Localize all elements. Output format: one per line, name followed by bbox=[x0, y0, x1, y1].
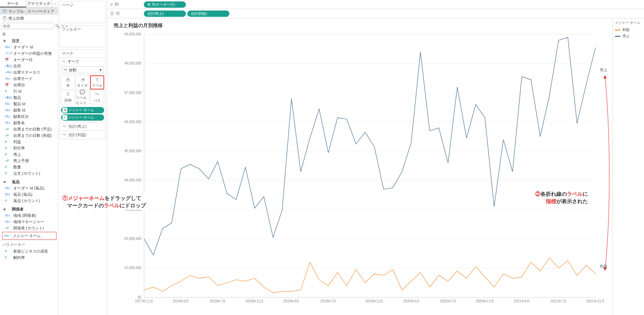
svg-text:¥0: ¥0 bbox=[137, 295, 141, 299]
field-order-date[interactable]: 📅オーダー日 bbox=[0, 56, 58, 63]
legend-title: メジャー ネーム bbox=[615, 20, 642, 27]
annotation-2: ②各折れ線のラベルに 指標が表示された bbox=[535, 190, 588, 205]
datasource-label: 売上目標 bbox=[8, 16, 24, 21]
field-region-manager[interactable]: Abc地域マネージャー bbox=[0, 219, 58, 225]
field-product[interactable]: ▸�品製品 bbox=[0, 94, 58, 101]
field-return-order-id[interactable]: Abcオーダー Id (返品) bbox=[0, 185, 58, 191]
search-input[interactable] bbox=[1, 23, 54, 29]
field-customer-name[interactable]: Abc顧客名 bbox=[0, 120, 58, 126]
datasource-icon bbox=[2, 9, 7, 14]
marks-agg-sales[interactable]: 〜合計(売上) bbox=[60, 122, 106, 130]
filters-drop[interactable] bbox=[60, 33, 106, 47]
tables-header: 表 bbox=[0, 30, 58, 38]
svg-text:¥2,000,000: ¥2,000,000 bbox=[124, 237, 142, 241]
svg-text:2019年3月: 2019年3月 bbox=[283, 299, 300, 303]
svg-text:2021年11月: 2021年11月 bbox=[586, 299, 605, 303]
marks-label[interactable]: Tラベル bbox=[90, 75, 104, 89]
field-measure-names[interactable]: Abcメジャー ネーム bbox=[3, 233, 56, 239]
svg-text:2019年11月: 2019年11月 bbox=[365, 299, 383, 303]
annotation-1: ①メジャーネームをドラッグして マークカードのラベルにドロップ bbox=[62, 194, 147, 210]
collapse-pane-icon[interactable]: ‹ bbox=[52, 0, 58, 7]
tab-data[interactable]: データ bbox=[0, 0, 26, 7]
row-pill-sales[interactable]: 合計(売上) bbox=[144, 11, 186, 17]
path-icon: 〜 bbox=[95, 91, 100, 98]
rows-shelf[interactable]: ☰行 合計(売上) 合計(利益) bbox=[107, 9, 644, 18]
svg-text:¥1,000,000: ¥1,000,000 bbox=[124, 266, 142, 270]
marks-title: マーク bbox=[60, 50, 106, 57]
field-profit[interactable]: #利益 bbox=[0, 139, 58, 145]
line-icon: 〜 bbox=[63, 67, 67, 73]
line-end-label-profit: 利益 bbox=[600, 264, 608, 269]
field-order-profit-flag[interactable]: =T|Fオーダーの利益の有無 bbox=[0, 50, 58, 56]
field-returns-count[interactable]: #返品 (カウント) bbox=[0, 197, 58, 204]
label-icon: T bbox=[96, 77, 99, 82]
field-address[interactable]: ▸�品住所 bbox=[0, 63, 58, 69]
field-ship-mode[interactable]: Abc出荷モード bbox=[0, 75, 58, 82]
legend-swatch-sales bbox=[615, 36, 620, 37]
tab-analytics[interactable]: アナリティクス bbox=[26, 0, 53, 7]
main-pane: ≡列 ⊞月(オーダー日) ☰行 合計(売上) 合計(利益) 売上と利益の月別推移… bbox=[107, 0, 644, 315]
line-end-label-sales: 売上 bbox=[600, 67, 608, 73]
field-days-plan[interactable]: =#出荷までの日数 (予定) bbox=[0, 126, 58, 132]
marks-type-dropdown[interactable]: 〜自動 ▾ bbox=[62, 66, 103, 73]
field-ship-date[interactable]: 📅出荷日 bbox=[0, 82, 58, 88]
datasource-label: サンプル - スーパーストア bbox=[8, 9, 54, 14]
parameters-header: パラメーター bbox=[0, 240, 58, 248]
legend-swatch-profit bbox=[615, 29, 620, 31]
param-new-business[interactable]: #新規ビジネスの成長 bbox=[0, 248, 58, 254]
pages-drop[interactable] bbox=[60, 9, 106, 23]
marks-all-row[interactable]: 〜 すべて bbox=[60, 58, 106, 66]
field-sales-forecast[interactable]: =#売上予測 bbox=[0, 158, 58, 164]
field-customer-segment[interactable]: Abc顧客区分 bbox=[0, 113, 58, 120]
field-discount[interactable]: #割引率 bbox=[0, 145, 58, 151]
line-icon: 〜 bbox=[62, 59, 66, 64]
marks-color[interactable]: ⦿色 bbox=[61, 75, 75, 89]
field-return-flag[interactable]: Abc返品 (返品) bbox=[0, 191, 58, 197]
datasource-secondary[interactable]: 売上目標 bbox=[0, 15, 58, 22]
color-icon: ⦿ bbox=[66, 77, 70, 82]
folder-returns[interactable]: ▦返品 bbox=[0, 179, 58, 185]
datasource-primary[interactable]: サンプル - スーパーストア bbox=[0, 8, 58, 15]
svg-text:¥6,000,000: ¥6,000,000 bbox=[124, 120, 142, 124]
row-pill-profit[interactable]: 合計(利益) bbox=[187, 11, 229, 17]
pill-measure-label[interactable]: Tメジャー ネーム bbox=[61, 114, 104, 121]
field-order-id[interactable]: Abcオーダー Id bbox=[0, 44, 58, 50]
field-people-count[interactable]: =#関係者 (カウント) bbox=[0, 225, 58, 231]
plus-icon: ⊞ bbox=[147, 2, 150, 6]
svg-text:2020年11月: 2020年11月 bbox=[476, 299, 494, 303]
field-region-people[interactable]: Abc地域 (関係者) bbox=[0, 212, 58, 219]
viz-canvas[interactable]: 売上と利益の月別推移 ¥0¥1,000,000¥2,000,000¥3,000,… bbox=[107, 18, 612, 315]
col-pill-month[interactable]: ⊞月(オーダー日) bbox=[144, 1, 186, 8]
field-quantity[interactable]: #数量 bbox=[0, 164, 58, 170]
svg-text:2021年7月: 2021年7月 bbox=[550, 299, 566, 303]
field-days-act[interactable]: =#出荷までの日数 (実績) bbox=[0, 132, 58, 139]
marks-tooltip[interactable]: 💬ツールヒント bbox=[76, 90, 90, 104]
param-churn[interactable]: #解約率 bbox=[0, 254, 58, 261]
pages-title: ページ bbox=[60, 1, 106, 9]
field-customer-id[interactable]: Abc顧客 Id bbox=[0, 107, 58, 113]
svg-text:¥7,000,000: ¥7,000,000 bbox=[124, 91, 142, 94]
field-orders-count[interactable]: #注文 (カウント) bbox=[0, 170, 58, 176]
marks-agg-profit[interactable]: 〜合計(利益) bbox=[60, 130, 106, 139]
marks-path[interactable]: 〜パス bbox=[90, 90, 104, 104]
label-icon: T bbox=[62, 115, 67, 120]
legend-item-profit[interactable]: 利益 bbox=[615, 27, 642, 33]
marks-size[interactable]: ◔サイズ bbox=[76, 75, 90, 89]
folder-people[interactable]: ▦関係者 bbox=[0, 206, 58, 212]
field-ship-status[interactable]: =Abc出荷ステータス bbox=[0, 69, 58, 75]
field-product-id[interactable]: Abc製品 Id bbox=[0, 101, 58, 107]
folder-orders[interactable]: ▦注文 bbox=[0, 38, 58, 44]
measure-names-highlight: Abcメジャー ネーム bbox=[2, 232, 56, 240]
svg-text:2017年11月: 2017年11月 bbox=[135, 299, 153, 303]
columns-shelf[interactable]: ≡列 ⊞月(オーダー日) bbox=[107, 0, 644, 9]
field-sales[interactable]: #売上 bbox=[0, 151, 58, 158]
marks-detail[interactable]: ⠿詳細 bbox=[61, 90, 75, 104]
svg-marker-40 bbox=[603, 75, 607, 79]
svg-point-0 bbox=[3, 9, 6, 11]
data-pane: データ アナリティクス ‹ サンプル - スーパーストア 売上目標 🔍 ▽ ≡ … bbox=[0, 0, 58, 315]
detail-icon: ⠿ bbox=[66, 92, 70, 97]
field-row-id[interactable]: #行 Id bbox=[0, 88, 58, 94]
rows-icon: ☰ bbox=[110, 11, 114, 16]
pill-measure-color[interactable]: ⦿メジャー ネーム bbox=[61, 107, 104, 113]
legend-item-sales[interactable]: 売上 bbox=[615, 33, 642, 39]
